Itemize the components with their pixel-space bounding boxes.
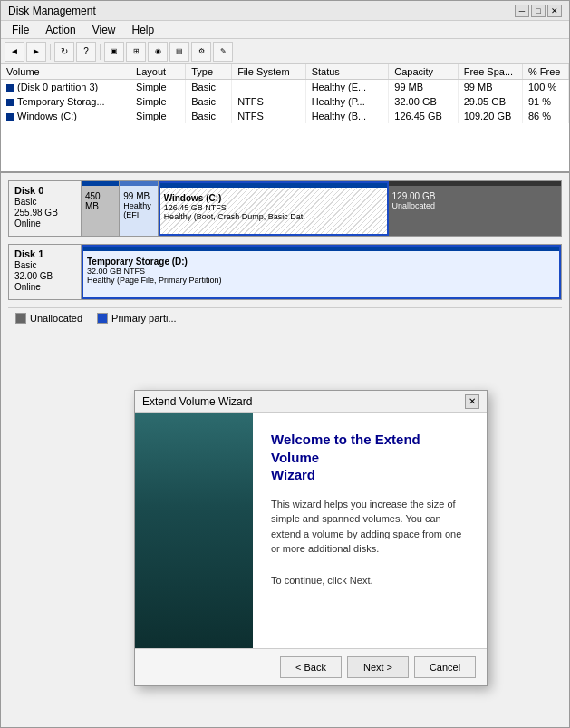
toolbar: ◄ ► ↻ ? ▣ ⊞ ◉ ▤ ⚙ ✎: [1, 39, 569, 64]
table-row[interactable]: Windows (C:) Simple Basic NTFS Healthy (…: [1, 109, 569, 123]
forward-button[interactable]: ►: [26, 42, 46, 62]
action-btn-1[interactable]: ▣: [104, 42, 124, 62]
disk-0-status: Online: [14, 218, 75, 228]
action-btn-4[interactable]: ▤: [169, 42, 189, 62]
action-btn-3[interactable]: ◉: [148, 42, 168, 62]
col-freespace[interactable]: Free Spa...: [458, 64, 522, 80]
col-type[interactable]: Type: [186, 64, 232, 80]
legend-unallocated-label: Unallocated: [30, 313, 82, 324]
disk-0-partition-0[interactable]: 450 MB: [82, 181, 120, 236]
partition-1-0-detail: Healthy (Page File, Primary Partition): [87, 276, 556, 285]
extend-volume-dialog[interactable]: Extend Volume Wizard ✕ Welcome to the Ex…: [134, 390, 488, 686]
disk-0-name: Disk 0: [14, 185, 75, 196]
partition-0-2-name: Windows (C:): [164, 193, 383, 203]
volume-icon: [6, 99, 14, 106]
menu-file[interactable]: File: [5, 22, 36, 38]
disk-1-type: Basic: [14, 260, 75, 270]
menu-bar: File Action View Help: [1, 21, 569, 39]
col-layout[interactable]: Layout: [130, 64, 186, 80]
refresh-button[interactable]: ↻: [54, 42, 74, 62]
legend-unallocated: Unallocated: [15, 313, 82, 324]
partition-1-0-name: Temporary Storage (D:): [87, 257, 556, 267]
col-filesystem[interactable]: File System: [232, 64, 305, 80]
dialog-continue-text: To continue, click Next.: [271, 575, 469, 586]
partition-1-0-size: 32.00 GB NTFS: [87, 267, 556, 276]
partition-0-2-detail: Healthy (Boot, Crash Dump, Basic Dat: [164, 212, 383, 221]
dialog-close-button[interactable]: ✕: [465, 394, 479, 409]
dialog-heading: Welcome to the Extend VolumeWizard: [271, 431, 469, 484]
col-volume[interactable]: Volume: [1, 64, 130, 80]
legend-box-unallocated: [15, 313, 26, 324]
dialog-title-bar: Extend Volume Wizard ✕: [135, 391, 487, 413]
menu-action[interactable]: Action: [38, 22, 82, 38]
table-row[interactable]: Temporary Storag... Simple Basic NTFS He…: [1, 94, 569, 109]
disk-1-partition-0[interactable]: Temporary Storage (D:) 32.00 GB NTFS Hea…: [82, 245, 561, 299]
disk-1-size: 32.00 GB: [14, 271, 75, 281]
partition-0-3-detail: Unallocated: [392, 201, 557, 210]
col-status[interactable]: Status: [305, 64, 389, 80]
disk-1-status: Online: [14, 282, 75, 292]
partition-0-1-detail: Healthy (EFI: [123, 201, 153, 219]
disk-0-partition-2[interactable]: Windows (C:) 126.45 GB NTFS Healthy (Boo…: [159, 181, 389, 236]
menu-view[interactable]: View: [85, 22, 123, 38]
disk-1-row: Disk 1 Basic 32.00 GB Online Temporary S…: [8, 244, 562, 300]
dialog-content: Welcome to the Extend VolumeWizard This …: [253, 413, 487, 648]
disk-0-partition-1[interactable]: 99 MB Healthy (EFI: [120, 181, 158, 236]
action-btn-2[interactable]: ⊞: [126, 42, 146, 62]
dialog-sidebar: [135, 413, 253, 648]
col-capacity[interactable]: Capacity: [389, 64, 458, 80]
toolbar-separator-2: [100, 44, 101, 60]
partition-0-3-size: 129.00 GB: [392, 191, 557, 201]
cell-volume-0: (Disk 0 partition 3): [1, 80, 130, 95]
legend-primary-label: Primary parti...: [111, 313, 177, 324]
title-bar-controls: ─ □ ✕: [515, 5, 562, 17]
close-button[interactable]: ✕: [547, 5, 562, 17]
bar-0-2: [160, 183, 387, 188]
disk-0-row: Disk 0 Basic 255.98 GB Online 450 MB 99 …: [8, 180, 562, 237]
bar-0-0: [82, 181, 119, 186]
back-button[interactable]: < Back: [280, 656, 342, 678]
col-pctfree[interactable]: % Free: [522, 64, 568, 80]
disk-0-size: 255.98 GB: [14, 208, 75, 218]
partition-0-0-size: 450 MB: [85, 191, 115, 211]
table-row[interactable]: (Disk 0 partition 3) Simple Basic Health…: [1, 80, 569, 95]
dialog-body: Welcome to the Extend VolumeWizard This …: [135, 413, 487, 648]
bar-1-0: [83, 247, 559, 251]
toolbar-separator-1: [50, 44, 51, 60]
maximize-button[interactable]: □: [531, 5, 546, 17]
partition-0-2-size: 126.45 GB NTFS: [164, 203, 383, 212]
dialog-footer: < Back Next > Cancel: [135, 648, 487, 685]
legend-primary: Primary parti...: [97, 313, 177, 324]
partition-0-1-size: 99 MB: [123, 191, 153, 201]
bar-0-3: [389, 181, 561, 186]
cell-volume-2: Windows (C:): [1, 109, 130, 123]
action-btn-5[interactable]: ⚙: [191, 42, 211, 62]
bar-0-1: [120, 181, 157, 186]
dialog-title: Extend Volume Wizard: [142, 395, 252, 408]
volume-icon: [6, 84, 14, 92]
cancel-button[interactable]: Cancel: [414, 656, 476, 678]
volume-table: Volume Layout Type File System Status Ca…: [1, 64, 569, 123]
legend-box-primary: [97, 313, 108, 324]
disk-1-info: Disk 1 Basic 32.00 GB Online: [9, 245, 82, 299]
action-btn-6[interactable]: ✎: [213, 42, 233, 62]
disk-1-name: Disk 1: [14, 248, 75, 259]
minimize-button[interactable]: ─: [515, 5, 529, 17]
disk-0-partitions: 450 MB 99 MB Healthy (EFI Windows (C:) 1…: [82, 181, 561, 236]
help-button[interactable]: ?: [76, 42, 96, 62]
disk-0-type: Basic: [14, 197, 75, 207]
legend-bar: Unallocated Primary parti...: [8, 307, 562, 327]
menu-help[interactable]: Help: [125, 22, 162, 38]
disk-1-partitions: Temporary Storage (D:) 32.00 GB NTFS Hea…: [82, 245, 561, 299]
volume-table-container: Volume Layout Type File System Status Ca…: [1, 64, 569, 173]
dialog-description: This wizard helps you increase the size …: [271, 497, 469, 557]
window-title: Disk Management: [8, 5, 96, 17]
cell-volume-1: Temporary Storag...: [1, 94, 130, 109]
disk-0-partition-3[interactable]: 129.00 GB Unallocated: [389, 181, 561, 236]
volume-icon: [6, 113, 14, 121]
title-bar: Disk Management ─ □ ✕: [1, 1, 569, 21]
disk-0-info: Disk 0 Basic 255.98 GB Online: [9, 181, 82, 236]
next-button[interactable]: Next >: [347, 656, 409, 678]
back-button[interactable]: ◄: [5, 42, 24, 62]
